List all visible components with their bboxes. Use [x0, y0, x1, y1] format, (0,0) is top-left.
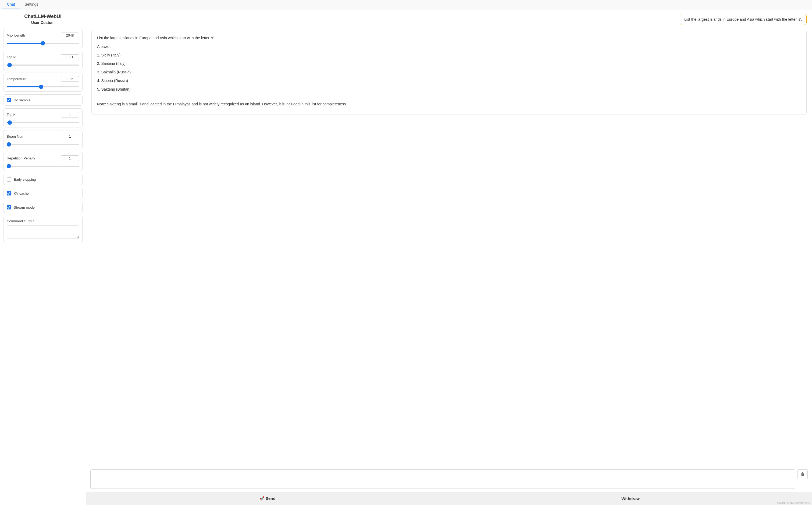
- beam-num-slider[interactable]: [7, 144, 79, 145]
- tab-settings[interactable]: Settings: [20, 0, 43, 9]
- max-length-slider[interactable]: [7, 43, 79, 44]
- answer-label: Answer:: [97, 44, 801, 50]
- chat-input-area: 🗑: [86, 466, 812, 492]
- chat-action-bar: 🚀 Send Withdraw: [86, 492, 812, 505]
- beam-num-input[interactable]: [61, 134, 79, 139]
- command-output-label: Command Output: [7, 219, 79, 223]
- top-p-input[interactable]: [61, 54, 79, 60]
- list-item-4: 5. Sakteng (Bhutan): [97, 86, 801, 93]
- top-k-slider[interactable]: [7, 122, 79, 123]
- do-sample-card: Do sample: [3, 94, 83, 106]
- early-stopping-checkbox[interactable]: [7, 177, 11, 181]
- list-item-1: 2. Sardinia (Italy): [97, 61, 801, 67]
- stream-mode-checkbox[interactable]: [7, 205, 11, 209]
- top-k-label: Top K: [7, 113, 16, 117]
- top-p-slider[interactable]: [7, 65, 79, 66]
- do-sample-label: Do sample: [14, 98, 30, 102]
- top-p-card: Top P: [3, 51, 83, 70]
- early-stopping-label: Early stopping: [14, 177, 36, 181]
- stream-mode-card: Stream mode: [3, 202, 83, 213]
- list-item-2: 3. Sakhalin (Russia): [97, 69, 801, 76]
- sidebar-subtitle: User Custom: [3, 20, 83, 25]
- withdraw-button[interactable]: Withdraw: [449, 492, 812, 505]
- max-length-label: Max Length: [7, 33, 25, 37]
- user-bubble-container: List the largest islands in Europe and A…: [86, 9, 812, 27]
- max-length-card: Max Length: [3, 29, 83, 48]
- early-stopping-card: Early stopping: [3, 174, 83, 185]
- assistant-prompt-text: List the largest islands in Europe and A…: [97, 35, 801, 41]
- command-output-textarea[interactable]: [7, 225, 79, 239]
- kv-cache-checkbox[interactable]: [7, 191, 11, 195]
- send-button[interactable]: 🚀 Send: [86, 492, 449, 505]
- list-item-0: 1. Sicily (Italy): [97, 52, 801, 59]
- command-output-card: Command Output: [3, 216, 83, 243]
- top-k-card: Top K: [3, 108, 83, 128]
- note-text: Note: Sakteng is a small island located …: [97, 101, 801, 107]
- temperature-card: Temperature: [3, 73, 83, 92]
- chat-messages: List the largest islands in Europe and A…: [86, 27, 812, 466]
- list-item-3: 4. Siberia (Russia): [97, 78, 801, 84]
- sidebar: ChatLLM-WebUI User Custom Max Length Top…: [0, 9, 86, 505]
- trash-button[interactable]: 🗑: [798, 470, 808, 479]
- footer-note: CSDN ©阿里云大数据AIQ2: [777, 501, 810, 505]
- temperature-label: Temperature: [7, 77, 26, 81]
- beam-num-label: Beam Num: [7, 135, 24, 139]
- repetition-penalty-input[interactable]: [61, 155, 79, 161]
- kv-cache-label: KV cache: [14, 191, 29, 195]
- top-k-input[interactable]: [61, 112, 79, 117]
- repetition-penalty-card: Repetition Penalty: [3, 152, 83, 171]
- tab-bar: Chat Settings: [0, 0, 812, 9]
- tab-chat[interactable]: Chat: [2, 0, 20, 9]
- repetition-penalty-label: Repetition Penalty: [7, 156, 35, 160]
- chat-area: List the largest islands in Europe and A…: [86, 9, 812, 505]
- do-sample-checkbox[interactable]: [7, 98, 11, 102]
- assistant-message: List the largest islands in Europe and A…: [91, 30, 807, 115]
- kv-cache-card: KV cache: [3, 188, 83, 199]
- user-bubble: List the largest islands in Europe and A…: [680, 14, 807, 25]
- app-title: ChatLLM-WebUI: [3, 14, 83, 19]
- max-length-input[interactable]: [61, 32, 79, 38]
- stream-mode-label: Stream mode: [14, 205, 35, 209]
- main-layout: ChatLLM-WebUI User Custom Max Length Top…: [0, 9, 812, 505]
- temperature-input[interactable]: [61, 76, 79, 82]
- temperature-slider[interactable]: [7, 86, 79, 87]
- beam-num-card: Beam Num: [3, 130, 83, 149]
- repetition-penalty-slider[interactable]: [7, 166, 79, 167]
- chat-input[interactable]: [90, 470, 795, 489]
- top-p-label: Top P: [7, 55, 16, 59]
